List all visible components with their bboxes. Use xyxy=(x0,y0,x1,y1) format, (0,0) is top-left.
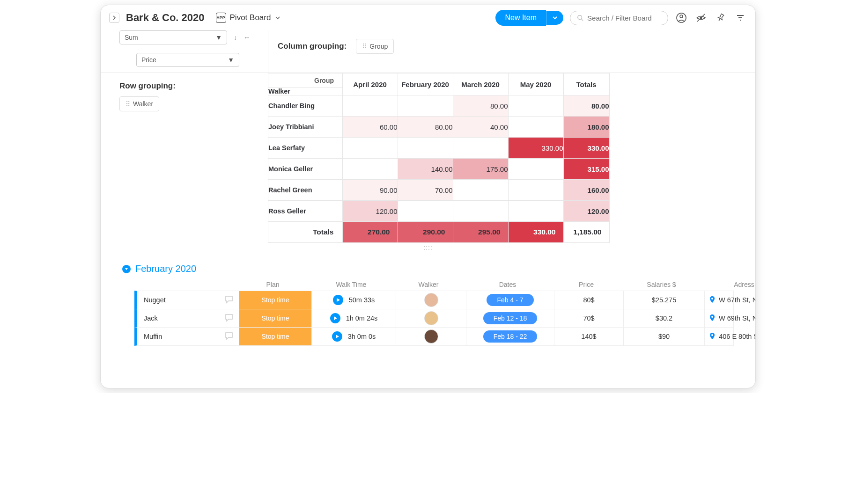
location-pin-icon xyxy=(708,296,716,305)
salary-cell: $30.2 xyxy=(624,309,705,327)
address-cell[interactable]: W 67th St, New York,... xyxy=(705,291,756,309)
search-input[interactable] xyxy=(587,14,661,22)
aggregation-select[interactable]: Sum ▼ xyxy=(119,30,227,44)
list-item[interactable]: NuggetStop time50m 33sFeb 4 - 780$$25.27… xyxy=(134,291,734,309)
list-item[interactable]: MuffinStop time3h 0m 0sFeb 18 - 22140$$9… xyxy=(134,327,734,346)
pivot-cell[interactable] xyxy=(508,180,563,201)
sort-vertical-button[interactable]: ↓ xyxy=(234,34,237,41)
date-range-pill[interactable]: Feb 4 - 7 xyxy=(487,294,533,306)
pivot-cell[interactable]: 330.00 xyxy=(508,138,563,159)
walker-avatar[interactable] xyxy=(424,329,438,343)
play-button[interactable] xyxy=(330,313,340,323)
pivot-col-total: 270.00 xyxy=(342,222,398,243)
svg-line-5 xyxy=(697,14,705,22)
list-item[interactable]: JackStop time1h 0m 24sFeb 12 - 1870$$30.… xyxy=(134,309,734,328)
column-grouping-row: Column grouping: ⠿ Group xyxy=(278,39,746,54)
group-column-header[interactable]: Price xyxy=(552,281,621,288)
price-cell: 80$ xyxy=(554,291,624,309)
pivot-cell[interactable]: 40.00 xyxy=(453,117,508,138)
new-item-dropdown[interactable] xyxy=(546,11,563,25)
pivot-cell[interactable] xyxy=(508,117,563,138)
new-item-button[interactable]: New Item xyxy=(495,10,546,26)
stop-time-button[interactable]: Stop time xyxy=(239,291,311,309)
view-selector[interactable]: APP Pivot Board xyxy=(211,11,286,25)
column-group-chip[interactable]: ⠿ Group xyxy=(356,39,394,54)
pivot-right-panel: GroupApril 2020February 2020March 2020Ma… xyxy=(268,73,755,243)
value-field-select[interactable]: Price ▼ xyxy=(136,53,239,67)
item-name-cell[interactable]: Muffin xyxy=(137,328,239,345)
chat-icon[interactable] xyxy=(224,331,234,343)
group-panel: February 2020 PlanWalk TimeWalkerDatesPr… xyxy=(101,252,755,346)
group-title[interactable]: February 2020 xyxy=(135,263,196,274)
pivot-row: Chandler Bing80.0080.00 xyxy=(268,95,609,117)
walker-avatar[interactable] xyxy=(424,311,438,325)
walker-avatar[interactable] xyxy=(424,293,438,307)
app-icon: APP xyxy=(216,13,226,23)
group-column-header[interactable]: Walk Time xyxy=(309,281,393,288)
visibility-toggle[interactable] xyxy=(694,11,708,24)
pivot-row-total: 180.00 xyxy=(563,117,609,138)
pivot-cell[interactable]: 70.00 xyxy=(398,180,453,201)
row-group-chip[interactable]: ⠿ Walker xyxy=(119,96,159,111)
chevron-down-icon xyxy=(274,15,281,21)
panel-resize-handle[interactable]: :::: xyxy=(101,243,755,252)
price-cell: 140$ xyxy=(554,328,624,345)
chat-icon[interactable] xyxy=(224,313,234,324)
pivot-cell[interactable]: 60.00 xyxy=(342,117,398,138)
group-column-header[interactable]: Plan xyxy=(236,281,309,288)
address-cell[interactable]: W 69th St, New York,... xyxy=(705,309,756,327)
play-button[interactable] xyxy=(332,331,342,342)
sort-horizontal-button[interactable]: ↔ xyxy=(244,34,250,41)
group-column-header[interactable]: Walker xyxy=(393,281,464,288)
pivot-cell[interactable]: 140.00 xyxy=(398,159,453,180)
topbar: Bark & Co. 2020 APP Pivot Board New Item xyxy=(101,5,755,30)
pivot-row: Lea Serfaty330.00330.00 xyxy=(268,138,609,159)
date-range-pill[interactable]: Feb 12 - 18 xyxy=(483,312,538,324)
pivot-cell[interactable] xyxy=(342,95,398,117)
date-range-pill[interactable]: Feb 18 - 22 xyxy=(483,330,538,343)
pivot-col-total: 290.00 xyxy=(398,222,453,243)
group-column-header[interactable]: Dates xyxy=(464,281,552,288)
pivot-cell[interactable] xyxy=(342,138,398,159)
pin-button[interactable] xyxy=(714,11,727,24)
pivot-cell[interactable] xyxy=(398,201,453,222)
item-name-cell[interactable]: Nugget xyxy=(137,291,239,309)
group-collapse-toggle[interactable] xyxy=(122,265,131,273)
pivot-cell[interactable] xyxy=(398,138,453,159)
profile-button[interactable] xyxy=(675,11,688,24)
view-name: Pivot Board xyxy=(230,13,271,22)
group-column-header[interactable]: Adress xyxy=(702,281,756,288)
pivot-cell[interactable] xyxy=(398,95,453,117)
address-cell[interactable]: 406 E 80th St, New Y... xyxy=(705,328,756,345)
pivot-cell[interactable]: 80.00 xyxy=(453,95,508,117)
pivot-cell[interactable]: 175.00 xyxy=(453,159,508,180)
item-name-cell[interactable]: Jack xyxy=(137,309,239,327)
pivot-row-total: 330.00 xyxy=(563,138,609,159)
chat-icon[interactable] xyxy=(224,294,234,306)
search-box[interactable] xyxy=(570,11,668,25)
group-header: February 2020 xyxy=(122,263,734,274)
pivot-cell[interactable]: 90.00 xyxy=(342,180,398,201)
pivot-col-total: 295.00 xyxy=(453,222,508,243)
pivot-cell[interactable] xyxy=(453,180,508,201)
pivot-config: Sum ▼ ↓ ↔ Price ▼ Column grouping: ⠿ Gro… xyxy=(101,30,755,73)
pivot-cell[interactable] xyxy=(453,138,508,159)
price-cell: 70$ xyxy=(554,309,624,327)
filter-button[interactable] xyxy=(734,11,747,24)
column-group-value: Group xyxy=(369,43,388,50)
stop-time-button[interactable]: Stop time xyxy=(239,328,311,345)
stop-time-button[interactable]: Stop time xyxy=(239,309,311,327)
group-rows: NuggetStop time50m 33sFeb 4 - 780$$25.27… xyxy=(122,291,734,346)
pivot-cell[interactable]: 120.00 xyxy=(342,201,398,222)
group-column-header[interactable]: Salaries $ xyxy=(621,281,702,288)
pivot-cell[interactable] xyxy=(453,201,508,222)
filter-icon xyxy=(736,13,745,22)
pin-icon xyxy=(716,13,725,22)
pivot-cell[interactable] xyxy=(508,95,563,117)
pivot-cell[interactable] xyxy=(342,159,398,180)
pivot-cell[interactable]: 80.00 xyxy=(398,117,453,138)
pivot-cell[interactable] xyxy=(508,201,563,222)
collapse-sidebar-button[interactable] xyxy=(109,13,119,23)
play-button[interactable] xyxy=(333,295,343,305)
pivot-cell[interactable] xyxy=(508,159,563,180)
